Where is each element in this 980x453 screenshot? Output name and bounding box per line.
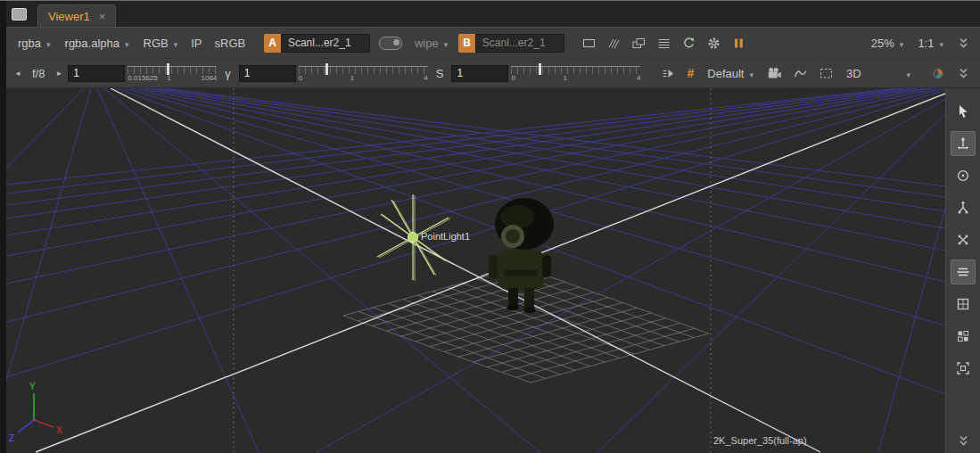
frame-grid-button[interactable] <box>951 292 976 317</box>
safe-zone-icon[interactable]: # <box>682 66 698 80</box>
gain-slider[interactable]: 0.015625 1 1064 <box>128 62 217 85</box>
chevron-down-icon <box>900 37 904 50</box>
axis-x-label: X <box>56 425 62 435</box>
gain-tick-max: 1064 <box>202 74 218 82</box>
rotate-icon <box>955 168 971 184</box>
gamma-tick-mid: 1 <box>350 74 354 82</box>
chevron-down-icon <box>444 37 449 50</box>
zoom-dropdown[interactable]: 25% <box>865 35 910 52</box>
next-arrow-icon[interactable] <box>53 70 65 78</box>
saturation-slider[interactable]: 0 1 4 <box>511 62 640 85</box>
select-tool-button[interactable] <box>951 99 976 124</box>
point-light-label: PointLight1 <box>421 231 470 242</box>
viewport-side-toolbar <box>945 88 980 453</box>
proxy-ratio-label: 1:1 <box>918 37 934 50</box>
display-mode-button[interactable] <box>951 259 976 284</box>
alpha-layer-label: rgba.alpha <box>65 37 119 50</box>
gamma-slider-track[interactable] <box>299 66 428 74</box>
chevron-down-icon <box>46 37 51 50</box>
joint-tool-button[interactable] <box>951 195 976 220</box>
gamma-tick-min: 0 <box>299 74 302 82</box>
proxy-stripes-icon[interactable] <box>603 31 626 54</box>
fstop-label[interactable]: f/8 <box>27 65 50 82</box>
stereo-mode-icon[interactable] <box>656 62 679 85</box>
viewer-toolbar-top: rgba rgba.alpha RGB IP sRGB A Scanl...er… <box>6 27 980 58</box>
layer-dropdown-label: rgba <box>18 37 41 50</box>
double-chevron-down-icon <box>958 434 969 448</box>
channels-dropdown[interactable]: RGB <box>137 35 185 52</box>
sat-tick-max: 4 <box>637 74 640 82</box>
viewer-process-dropdown[interactable]: Default <box>701 65 760 82</box>
tab-title: Viewer1 <box>48 10 90 23</box>
viewport-3d[interactable]: PointLight1 Y X Z 2K_Super_35(full-ap) <box>6 88 945 453</box>
sat-tick-mid: 1 <box>563 74 566 82</box>
curve-icon[interactable] <box>788 62 811 85</box>
cross-arrows-icon <box>955 232 971 248</box>
translate-icon <box>955 136 971 152</box>
viewer-toolbar-exposure: f/8 1 0.015625 1 1064 γ 1 0 1 4 <box>6 58 980 88</box>
toolbar-expander-icon[interactable] <box>951 62 975 85</box>
viewer-process-label: Default <box>707 67 744 80</box>
side-expander-button[interactable] <box>951 428 976 453</box>
bars-icon <box>955 264 971 280</box>
saturation-label: S <box>431 65 449 82</box>
panel-menu-icon[interactable] <box>12 8 27 21</box>
gamma-label: γ <box>219 65 236 82</box>
viewport-canvas: PointLight1 Y X Z 2K_Super_35(full-ap) <box>6 88 945 453</box>
refresh-icon[interactable] <box>678 31 701 54</box>
full-frame-icon[interactable] <box>578 31 601 54</box>
wipe-dropdown[interactable]: wipe <box>408 35 454 52</box>
quad-icon <box>955 328 971 344</box>
rotate-tool-button[interactable] <box>951 163 976 188</box>
chevron-down-icon <box>125 37 129 50</box>
input-b-tag: B <box>458 34 475 53</box>
tab-viewer1[interactable]: Viewer1 × <box>37 4 116 27</box>
view-select-dropdown[interactable]: 3D <box>840 65 917 82</box>
gain-slider-labels: 0.015625 1 1064 <box>128 74 217 83</box>
translate-tool-button[interactable] <box>951 131 976 156</box>
scale-tool-button[interactable] <box>951 227 976 252</box>
gamma-slider-labels: 0 1 4 <box>299 74 428 83</box>
saturation-slider-labels: 0 1 4 <box>511 74 640 83</box>
color-warning-icon[interactable] <box>926 62 950 85</box>
gain-input[interactable]: 1 <box>68 65 125 82</box>
tab-bar: Viewer1 × <box>6 1 980 27</box>
camera-icon[interactable] <box>762 62 786 85</box>
gain-tick-min: 0.015625 <box>128 74 157 82</box>
point-light-center[interactable] <box>408 233 418 243</box>
channels-label: RGB <box>144 37 169 50</box>
input-process-toggle[interactable]: IP <box>185 35 207 52</box>
joint-icon <box>955 200 971 216</box>
wipe-toggle-icon[interactable] <box>379 37 402 50</box>
input-a-tag: A <box>264 34 281 53</box>
tab-close-icon[interactable]: × <box>99 11 106 22</box>
roi-icon[interactable] <box>814 62 837 85</box>
saturation-input[interactable]: 1 <box>451 65 508 82</box>
gamma-input[interactable]: 1 <box>239 65 296 82</box>
axis-y-label: Y <box>29 382 36 391</box>
frame-selected-button[interactable] <box>951 356 976 381</box>
grid-square-icon <box>955 296 971 312</box>
gain-slider-track[interactable] <box>128 66 217 74</box>
gamma-slider[interactable]: 0 1 4 <box>299 62 428 85</box>
viewer-lut-dropdown[interactable]: sRGB <box>210 35 251 52</box>
prev-arrow-icon[interactable] <box>12 70 24 78</box>
input-b-chip[interactable]: B Scanl...er2_1 <box>458 34 564 53</box>
scanlines-icon[interactable] <box>653 31 676 54</box>
layer-dropdown[interactable]: rgba <box>12 35 57 52</box>
nuke-viewer-window: Viewer1 × rgba rgba.alpha RGB IP sRGB A <box>0 0 980 453</box>
saturation-slider-track[interactable] <box>511 66 640 74</box>
wipe-label: wipe <box>415 37 439 50</box>
pause-icon[interactable] <box>728 31 751 54</box>
alpha-layer-dropdown[interactable]: rgba.alpha <box>59 35 136 52</box>
chevron-down-icon <box>906 67 910 80</box>
gear-icon[interactable] <box>703 31 726 54</box>
quad-view-button[interactable] <box>951 324 976 349</box>
toolbar-expander-icon[interactable] <box>951 31 975 54</box>
chevron-down-icon <box>749 67 754 80</box>
chevron-down-icon <box>174 37 178 50</box>
input-a-value: Scanl...er2_1 <box>281 34 370 53</box>
proxy-ratio-dropdown[interactable]: 1:1 <box>911 35 950 52</box>
layers-icon[interactable] <box>628 31 651 54</box>
input-a-chip[interactable]: A Scanl...er2_1 <box>264 34 370 53</box>
